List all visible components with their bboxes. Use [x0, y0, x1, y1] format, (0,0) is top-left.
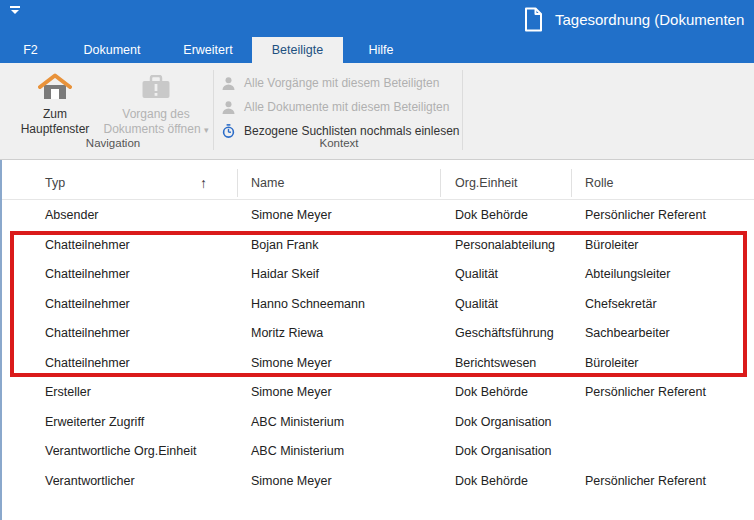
briefcase-icon [141, 75, 171, 100]
ribbon-group-divider [462, 70, 463, 150]
cell-rolle: Büroleiter [585, 349, 639, 379]
kontext-group-label: Kontext [218, 137, 460, 149]
table-row[interactable]: Absender Simone Meyer Dok Behörde Persön… [2, 201, 754, 231]
table-row[interactable]: Verantwortliche Org.Einheit ABC Minister… [2, 437, 754, 467]
cell-rolle: Chefsekretär [585, 290, 657, 320]
cell-org-einheit: Dok Behörde [455, 201, 528, 231]
table-row[interactable]: Chatteilnehmer Haidar Skeif Qualität Abt… [2, 260, 754, 290]
alle-vorgaenge-button: Alle Vorgänge mit diesem Beteiligten [222, 71, 459, 95]
tab-erweitert[interactable]: Erweitert [168, 37, 248, 63]
column-divider [571, 169, 572, 197]
cell-name: ABC Ministerium [251, 408, 344, 438]
application-window: Tagesordnung (Dokumenten F2 Dokument Erw… [0, 0, 754, 520]
cell-name: Simone Meyer [251, 349, 332, 379]
column-header-name[interactable]: Name [251, 166, 284, 200]
cell-typ: Chatteilnehmer [45, 231, 130, 261]
cell-name: Bojan Frank [251, 231, 318, 261]
navigation-group-label: Navigation [14, 137, 212, 149]
table-row[interactable]: Chatteilnehmer Bojan Frank Personalabtei… [2, 231, 754, 261]
home-icon [38, 73, 72, 101]
cell-rolle: Persönlicher Referent [585, 201, 706, 231]
document-icon [524, 7, 543, 32]
dropdown-caret-icon: ▾ [204, 125, 209, 135]
table-header: Typ ↑ Name Org.Einheit Rolle [2, 166, 754, 200]
table-row[interactable]: Erweiterter Zugriff ABC Ministerium Dok … [2, 408, 754, 438]
cell-name: Hanno Schneemann [251, 290, 365, 320]
cell-typ: Chatteilnehmer [45, 349, 130, 379]
cell-org-einheit: Berichtswesen [455, 349, 536, 379]
cell-org-einheit: Geschäftsführung [455, 319, 554, 349]
vorgang-oeffnen-label: Vorgang des Dokuments öffnen ▾ [100, 107, 212, 138]
ribbon-group-divider [213, 70, 214, 150]
bezogene-suchlisten-label: Bezogene Suchlisten nochmals einlesen [244, 124, 459, 138]
table-row[interactable]: Verantwortlicher Simone Meyer Dok Behörd… [2, 467, 754, 497]
cell-rolle: Abteilungsleiter [585, 260, 670, 290]
alle-dokumente-label: Alle Dokumente mit diesem Beteiligten [244, 100, 449, 114]
cell-org-einheit: Dok Organisation [455, 408, 552, 438]
cell-typ: Chatteilnehmer [45, 290, 130, 320]
stopwatch-icon [222, 124, 235, 138]
kontext-group-items: Alle Vorgänge mit diesem Beteiligten All… [222, 71, 459, 143]
quick-access-toolbar-button[interactable] [8, 4, 24, 18]
cell-name: Simone Meyer [251, 467, 332, 497]
sort-ascending-icon: ↑ [200, 166, 207, 200]
person-icon [222, 101, 235, 114]
column-header-org-einheit[interactable]: Org.Einheit [455, 166, 518, 200]
cell-org-einheit: Personalabteilung [455, 231, 555, 261]
table-body: Absender Simone Meyer Dok Behörde Persön… [2, 201, 754, 496]
cell-name: Simone Meyer [251, 378, 332, 408]
cell-typ: Verantwortlicher [45, 467, 135, 497]
window-title: Tagesordnung (Dokumenten [555, 11, 744, 28]
ribbon: Zum Hauptfenster Vorgang des Dokuments ö… [0, 63, 754, 160]
alle-vorgaenge-label: Alle Vorgänge mit diesem Beteiligten [244, 76, 439, 90]
column-divider [440, 169, 441, 197]
column-header-typ[interactable]: Typ [45, 166, 65, 200]
table-row[interactable]: Chatteilnehmer Hanno Schneemann Qualität… [2, 290, 754, 320]
cell-org-einheit: Qualität [455, 260, 498, 290]
table-row[interactable]: Chatteilnehmer Moritz Riewa Geschäftsfüh… [2, 319, 754, 349]
alle-dokumente-button: Alle Dokumente mit diesem Beteiligten [222, 95, 459, 119]
tab-beteiligte-active[interactable]: Beteiligte [252, 37, 343, 63]
table-row[interactable]: Ersteller Simone Meyer Dok Behörde Persö… [2, 378, 754, 408]
tab-hilfe[interactable]: Hilfe [352, 37, 410, 63]
cell-rolle: Persönlicher Referent [585, 378, 706, 408]
cell-typ: Absender [45, 201, 99, 231]
participants-table: Typ ↑ Name Org.Einheit Rolle Absender Si… [0, 160, 754, 520]
cell-name: Simone Meyer [251, 201, 332, 231]
cell-name: Moritz Riewa [251, 319, 323, 349]
cell-org-einheit: Dok Organisation [455, 437, 552, 467]
column-header-rolle[interactable]: Rolle [585, 166, 614, 200]
cell-org-einheit: Dok Behörde [455, 378, 528, 408]
table-row[interactable]: Chatteilnehmer Simone Meyer Berichtswese… [2, 349, 754, 379]
cell-typ: Ersteller [45, 378, 91, 408]
column-divider [237, 169, 238, 197]
cell-rolle: Büroleiter [585, 231, 639, 261]
window-title-group: Tagesordnung (Dokumenten [524, 5, 754, 33]
cell-typ: Erweiterter Zugriff [45, 408, 144, 438]
cell-rolle: Sachbearbeiter [585, 319, 670, 349]
cell-typ: Chatteilnehmer [45, 260, 130, 290]
cell-typ: Chatteilnehmer [45, 319, 130, 349]
tab-dokument[interactable]: Dokument [64, 37, 160, 63]
customize-toolbar-icon [8, 4, 24, 18]
zum-hauptfenster-label: Zum Hauptfenster [14, 107, 96, 137]
tab-f2[interactable]: F2 [8, 37, 53, 63]
cell-name: Haidar Skeif [251, 260, 319, 290]
cell-org-einheit: Dok Behörde [455, 467, 528, 497]
title-bar: Tagesordnung (Dokumenten F2 Dokument Erw… [0, 0, 754, 63]
cell-typ: Verantwortliche Org.Einheit [45, 437, 196, 467]
cell-rolle: Persönlicher Referent [585, 467, 706, 497]
person-icon [222, 77, 235, 90]
cell-name: ABC Ministerium [251, 437, 344, 467]
cell-org-einheit: Qualität [455, 290, 498, 320]
